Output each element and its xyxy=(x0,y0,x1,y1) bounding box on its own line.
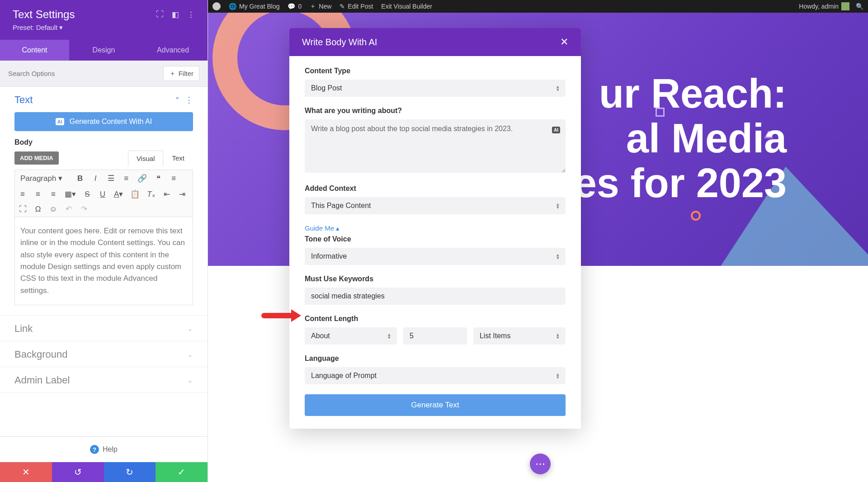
ul-icon[interactable]: ☰ xyxy=(107,174,115,183)
length-number-input[interactable] xyxy=(403,327,467,345)
add-media-button[interactable]: ADD MEDIA xyxy=(14,151,59,165)
generate-ai-button[interactable]: AI Generate Content With AI xyxy=(14,112,193,131)
section-text-header[interactable]: Text ⌃ ⋮ xyxy=(0,87,208,112)
language-label: Language xyxy=(305,354,566,363)
section-adminlabel-header[interactable]: Admin Label ⌄ xyxy=(0,367,208,392)
italic-icon[interactable]: I xyxy=(91,174,99,183)
align-justify-icon[interactable]: ≡ xyxy=(49,190,57,199)
visual-tab[interactable]: Visual xyxy=(128,151,164,166)
outdent-icon[interactable]: ⇤ xyxy=(163,189,171,199)
filter-button[interactable]: ＋ Filter xyxy=(163,66,199,81)
guide-me-link[interactable]: Guide Me ▴ xyxy=(305,224,340,232)
panel-title: Text Settings xyxy=(13,8,75,21)
help-link[interactable]: ? Help xyxy=(0,436,208,462)
redo-icon[interactable]: ↷ xyxy=(80,204,88,214)
added-context-label: Added Context xyxy=(305,184,566,193)
bold-icon[interactable]: B xyxy=(76,174,84,183)
textcolor-icon[interactable]: A▾ xyxy=(114,189,123,199)
annotation-arrow xyxy=(261,313,294,318)
search-input[interactable] xyxy=(8,70,163,77)
text-tab[interactable]: Text xyxy=(163,150,193,166)
close-icon[interactable]: ✕ xyxy=(560,36,568,48)
keywords-input[interactable] xyxy=(305,288,566,305)
chevron-down-icon: ⌄ xyxy=(187,376,193,384)
chevron-up-icon: ⌃ xyxy=(175,96,180,104)
content-type-label: Content Type xyxy=(305,67,566,75)
emoji-icon[interactable]: ☺ xyxy=(49,205,57,214)
generate-text-button[interactable]: Generate Text xyxy=(305,394,566,416)
ai-modal: Write Body With AI ✕ Content Type Blog P… xyxy=(289,28,581,429)
paragraph-select[interactable]: Paragraph ▾ xyxy=(19,173,69,184)
site-link[interactable]: 🌐My Great Blog xyxy=(229,3,279,10)
section-background-header[interactable]: Background ⌄ xyxy=(0,341,208,367)
quote-icon[interactable]: ❝ xyxy=(154,174,162,183)
keywords-label: Must Use Keywords xyxy=(305,275,566,283)
avatar xyxy=(841,2,849,10)
length-about-select[interactable]: About▴▾ xyxy=(305,327,397,345)
length-label: Content Length xyxy=(305,315,566,323)
strike-icon[interactable]: S xyxy=(83,190,91,199)
ol-icon[interactable]: ≡ xyxy=(122,174,130,183)
indent-icon[interactable]: ⇥ xyxy=(178,189,186,199)
new-link[interactable]: ＋New xyxy=(310,2,331,10)
editor-content[interactable]: Your content goes here. Edit or remove t… xyxy=(14,217,193,305)
wp-logo[interactable] xyxy=(212,2,221,10)
writing-about-textarea[interactable] xyxy=(305,119,566,173)
align-left-icon[interactable]: ≡ xyxy=(170,174,178,183)
fullscreen-icon[interactable]: ⛶ xyxy=(19,205,27,214)
comments-link[interactable]: 💬0 xyxy=(288,3,302,10)
paste-icon[interactable]: 📋 xyxy=(130,189,140,199)
help-icon: ? xyxy=(90,445,99,454)
tab-advanced[interactable]: Advanced xyxy=(138,40,208,61)
tab-design[interactable]: Design xyxy=(69,40,138,61)
cancel-button[interactable]: ✕ xyxy=(0,462,52,482)
ai-badge-icon[interactable]: AI xyxy=(552,127,560,133)
tab-content[interactable]: Content xyxy=(0,40,69,61)
section-link-header[interactable]: Link ⌄ xyxy=(0,316,208,341)
tone-label: Tone of Voice xyxy=(305,235,566,243)
modal-title: Write Body With AI xyxy=(302,37,377,47)
expand-icon[interactable]: ⛶ xyxy=(156,10,164,19)
edit-post-link[interactable]: ✎Edit Post xyxy=(340,3,373,10)
undo-button[interactable]: ↺ xyxy=(52,462,104,482)
clear-icon[interactable]: Tₓ xyxy=(147,189,155,199)
panel-header: Text Settings ⛶ ◧ ⋮ Preset: Default ▾ xyxy=(0,0,208,40)
more-icon[interactable]: ⋮ xyxy=(187,10,195,19)
chevron-down-icon: ⌄ xyxy=(187,325,193,333)
align-center-icon[interactable]: ≡ xyxy=(19,190,27,199)
save-button[interactable]: ✓ xyxy=(156,462,208,482)
ai-icon: AI xyxy=(56,118,64,125)
editor-toolbar: Paragraph ▾ B I ☰ ≡ 🔗 ❝ ≡ ≡ ≡ ≡ ▦▾ S U A… xyxy=(14,170,193,217)
added-context-select[interactable]: This Page Content▴▾ xyxy=(305,197,566,214)
howdy-link[interactable]: Howdy, admin xyxy=(799,2,849,10)
tone-select[interactable]: Informative▴▾ xyxy=(305,248,566,265)
undo-icon[interactable]: ↶ xyxy=(65,204,73,214)
length-unit-select[interactable]: List Items▴▾ xyxy=(473,327,566,345)
preset-selector[interactable]: Preset: Default ▾ xyxy=(13,24,195,37)
underline-icon[interactable]: U xyxy=(99,190,107,199)
body-label: Body xyxy=(0,138,208,150)
search-icon[interactable]: 🔍 xyxy=(856,3,863,10)
redo-button[interactable]: ↻ xyxy=(104,462,156,482)
builder-fab[interactable]: ⋯ xyxy=(530,454,551,474)
settings-panel: Text Settings ⛶ ◧ ⋮ Preset: Default ▾ Co… xyxy=(0,0,208,482)
chevron-down-icon: ⌄ xyxy=(187,350,193,359)
exit-builder-link[interactable]: Exit Visual Builder xyxy=(381,3,432,10)
language-select[interactable]: Language of Prompt▴▾ xyxy=(305,367,566,384)
writing-about-label: What are you writing about? xyxy=(305,107,566,115)
table-icon[interactable]: ▦▾ xyxy=(65,189,76,199)
section-more-icon[interactable]: ⋮ xyxy=(185,95,193,105)
align-right-icon[interactable]: ≡ xyxy=(34,190,42,199)
snap-icon[interactable]: ◧ xyxy=(172,10,179,19)
content-type-select[interactable]: Blog Post▴▾ xyxy=(305,80,566,97)
wp-admin-bar: 🌐My Great Blog 💬0 ＋New ✎Edit Post Exit V… xyxy=(208,0,868,13)
omega-icon[interactable]: Ω xyxy=(34,205,42,214)
link-icon[interactable]: 🔗 xyxy=(137,174,147,183)
